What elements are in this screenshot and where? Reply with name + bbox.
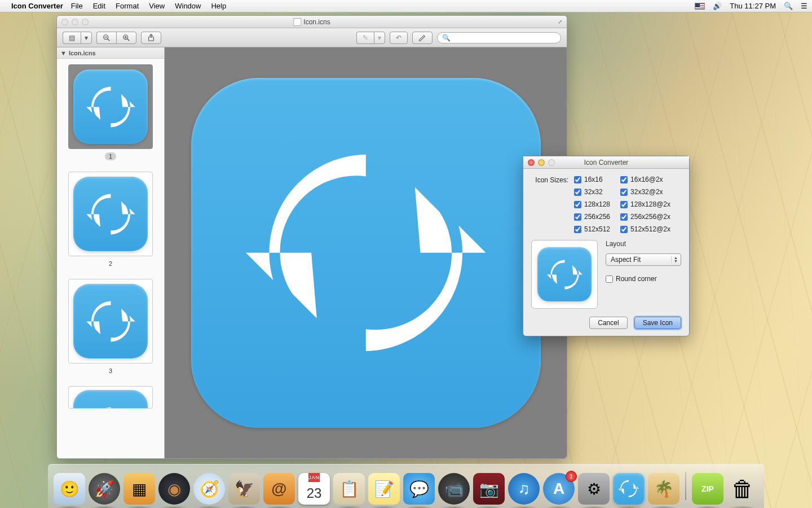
icon-preview-box[interactable] — [531, 240, 598, 309]
fullscreen-icon[interactable]: ⤢ — [558, 19, 562, 25]
dock-mission-control[interactable]: ▦ — [123, 473, 155, 505]
dock-reminders[interactable]: 📋 — [333, 473, 365, 505]
thumbnail-4[interactable] — [57, 386, 164, 409]
icon-preview-large — [191, 78, 541, 428]
thumbnail-label: 2 — [105, 260, 116, 268]
launchpad-icon: 🚀 — [95, 480, 114, 498]
itunes-icon: ♫ — [518, 480, 530, 498]
size-16-2x[interactable]: 16x16@2x — [620, 176, 670, 183]
dashboard-icon: ◉ — [167, 480, 181, 498]
dock-trash[interactable]: 🗑 — [727, 473, 758, 505]
search-field[interactable]: 🔍 — [437, 32, 561, 43]
zoom-in-icon — [122, 34, 130, 42]
dock-facetime[interactable]: 📹 — [438, 473, 470, 505]
dock-appstore[interactable]: A — [543, 473, 575, 505]
search-icon: 🔍 — [442, 34, 451, 42]
size-128[interactable]: 128x128 — [574, 200, 610, 208]
menu-edit[interactable]: Edit — [93, 2, 105, 10]
gear-icon: ⚙ — [587, 480, 601, 498]
close-traffic-light[interactable] — [528, 159, 535, 166]
menu-window[interactable]: Window — [175, 2, 201, 10]
dock-contacts[interactable]: @ — [263, 473, 295, 505]
dock-launchpad[interactable]: 🚀 — [89, 473, 120, 505]
dock-separator — [685, 472, 686, 500]
size-16[interactable]: 16x16 — [574, 176, 610, 183]
search-input[interactable] — [453, 34, 556, 41]
dock-mail[interactable]: 🦅 — [228, 473, 260, 505]
preview-window: Icon.icns ⤢ ▤ ▾ ✎ ▾ ↶ 🔍 — [56, 15, 567, 459]
dock-calendar[interactable]: JAN 23 — [298, 473, 330, 505]
volume-icon[interactable]: 🔊 — [713, 2, 722, 10]
size-32-2x[interactable]: 32x32@2x — [620, 188, 670, 196]
layout-select[interactable]: Aspect Fit ▲▼ — [606, 253, 681, 266]
highlight-dropdown[interactable]: ▾ — [374, 32, 385, 44]
dock-photobooth[interactable]: 📷 — [473, 473, 505, 505]
markup-icon — [418, 34, 426, 42]
size-32[interactable]: 32x32 — [574, 188, 610, 196]
size-512-2x[interactable]: 512x512@2x — [620, 225, 670, 233]
zoom-in-button[interactable] — [116, 32, 136, 44]
preview-title-text: Icon.icns — [303, 18, 330, 26]
cancel-button[interactable]: Cancel — [589, 317, 627, 329]
zoom-out-icon — [103, 34, 111, 42]
sidebar-header[interactable]: ▼ Icon.icns — [57, 47, 164, 59]
preview-canvas[interactable] — [165, 47, 567, 458]
menu-help[interactable]: Help — [211, 2, 226, 10]
sidebar-title: Icon.icns — [69, 50, 96, 56]
sidebar-mode-dropdown[interactable]: ▾ — [81, 32, 92, 44]
input-flag-icon[interactable] — [695, 3, 705, 10]
messages-icon: 💬 — [409, 480, 429, 498]
disclosure-icon: ▼ — [60, 50, 67, 56]
size-128-2x[interactable]: 128x128@2x — [620, 200, 670, 208]
dock-iphoto[interactable]: 🌴 — [648, 473, 679, 505]
dock-dashboard[interactable]: ◉ — [158, 473, 190, 505]
dock-itunes[interactable]: ♫ — [508, 473, 540, 505]
dock-icon-converter[interactable] — [613, 473, 645, 505]
app-name-menu[interactable]: Icon Converter — [11, 2, 63, 10]
photobooth-icon: 📷 — [479, 480, 499, 498]
size-512[interactable]: 512x512 — [574, 225, 610, 233]
close-traffic-light[interactable] — [61, 19, 68, 25]
minimize-traffic-light[interactable] — [72, 19, 78, 25]
share-button[interactable] — [141, 32, 161, 44]
thumbnail-list[interactable]: 1 2 3 — [57, 59, 164, 458]
dock-notes[interactable]: 📝 — [368, 473, 400, 505]
thumbnail-label: 1 — [105, 152, 116, 160]
thumbnail-3[interactable]: 3 — [57, 279, 164, 375]
converter-titlebar[interactable]: Icon Converter — [523, 156, 689, 169]
svg-line-4 — [127, 38, 130, 41]
dock-preferences[interactable]: ⚙ — [578, 473, 610, 505]
sidebar-toggle-button[interactable]: ▤ — [63, 32, 81, 44]
calendar-month: JAN — [308, 473, 320, 482]
menu-view[interactable]: View — [149, 2, 165, 10]
save-icon-button[interactable]: Save Icon — [634, 317, 681, 329]
highlight-button[interactable]: ✎ — [356, 32, 374, 44]
round-corner-checkbox[interactable]: Round corner — [606, 275, 681, 283]
preview-titlebar[interactable]: Icon.icns ⤢ — [57, 16, 567, 28]
size-256-2x[interactable]: 256x256@2x — [620, 213, 670, 221]
spotlight-icon[interactable]: 🔍 — [784, 2, 793, 10]
thumbnail-2[interactable]: 2 — [57, 172, 164, 268]
zoom-traffic-light[interactable] — [548, 159, 555, 166]
dock-archive[interactable]: ZIP — [692, 473, 723, 505]
zoom-out-button[interactable] — [96, 32, 116, 44]
svg-line-1 — [108, 38, 110, 41]
dock-messages[interactable]: 💬 — [403, 473, 435, 505]
markup-button[interactable] — [412, 32, 433, 44]
menubar-clock[interactable]: Thu 11:27 PM — [730, 2, 776, 10]
zoom-traffic-light[interactable] — [82, 19, 89, 25]
thumbnail-1[interactable]: 1 — [57, 64, 164, 160]
dock-finder[interactable]: 🙂 — [54, 473, 85, 505]
menu-format[interactable]: Format — [116, 2, 139, 10]
dock-safari[interactable]: 🧭 — [193, 473, 225, 505]
size-256[interactable]: 256x256 — [574, 213, 610, 221]
minimize-traffic-light[interactable] — [538, 159, 545, 166]
notification-center-icon[interactable]: ☰ — [801, 2, 807, 10]
thumbnail-label: 3 — [105, 367, 116, 375]
rotate-button[interactable]: ↶ — [390, 32, 408, 44]
menu-file[interactable]: File — [71, 2, 83, 10]
document-proxy-icon[interactable] — [293, 18, 301, 26]
preview-toolbar: ▤ ▾ ✎ ▾ ↶ 🔍 — [57, 28, 567, 47]
contacts-icon: @ — [271, 480, 286, 498]
calendar-day: 23 — [307, 482, 322, 505]
